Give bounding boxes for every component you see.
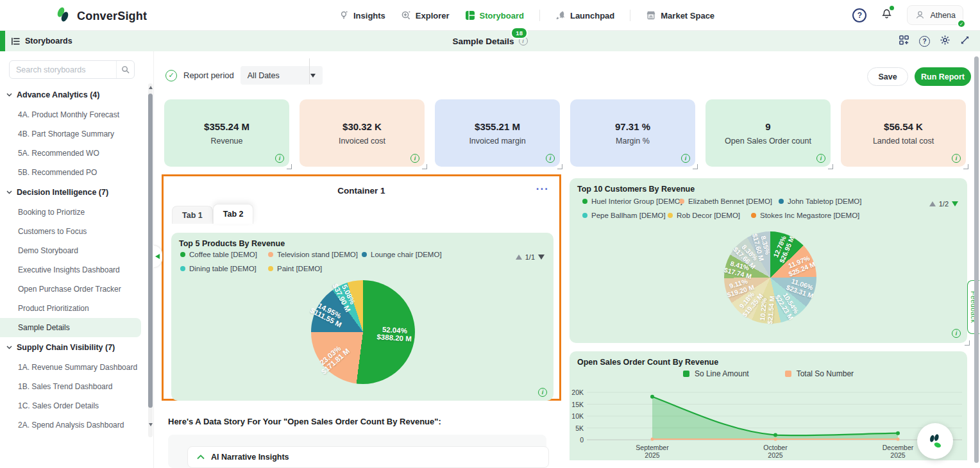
sidebar-item-1c-sales-order-details[interactable]: 1C. Sales Order Details	[0, 396, 148, 415]
nav-item-storyboard[interactable]: Storyboard18	[465, 10, 524, 21]
conversight-logo-icon	[55, 6, 72, 26]
kpi-card[interactable]: $355.24 MRevenuei	[164, 99, 289, 167]
settings-gear-icon[interactable]	[940, 35, 950, 48]
container-menu-button[interactable]: ...	[536, 180, 549, 193]
tab-tab-1[interactable]: Tab 1	[172, 206, 213, 224]
legend-page-indicator: 1/1	[525, 253, 535, 261]
sidebar-item-customers-to-focus[interactable]: Customers to Focus	[0, 222, 148, 241]
info-icon[interactable]: i	[546, 154, 555, 163]
topbar: ConverSight InsightsExplorerStoryboard18…	[0, 0, 980, 31]
user-name: Athena	[930, 11, 956, 20]
legend-item[interactable]: Elizabeth Bennet [DEMO]	[679, 197, 779, 205]
legend-item[interactable]: Stokes Inc Megastore [DEMO]	[751, 212, 859, 219]
info-icon[interactable]: i	[952, 329, 961, 338]
legend-dot-icon	[180, 266, 185, 271]
legend-item-total-so-number[interactable]: Total So Number	[785, 369, 854, 378]
sidebar-item-executive-insights-dashboard[interactable]: Executive Insights Dashboard	[0, 260, 148, 280]
brand[interactable]: ConverSight	[55, 6, 147, 26]
info-icon[interactable]: i	[952, 154, 961, 163]
legend-item[interactable]: Coffee table [DEMO]	[180, 251, 268, 258]
sidebar-item-5a-recommended-wo[interactable]: 5A. Recommended WO	[0, 144, 148, 163]
sidebar-item-4a-product-monthly-forecast[interactable]: 4A. Product Monthly Forecast	[0, 105, 148, 124]
sidebar-item-1b-sales-trend-dashboard[interactable]: 1B. Sales Trend Dashboard	[0, 377, 148, 396]
sidebar-item-booking-to-priortize[interactable]: Booking to Priortize	[0, 203, 148, 222]
legend-label: Lounge chair [DEMO]	[371, 251, 442, 258]
sidebar-item-demo-storyboard[interactable]: Demo Storyboard	[0, 241, 148, 260]
run-report-button[interactable]: Run Report	[915, 67, 971, 86]
page-title-wrap: Sample Details i	[0, 31, 980, 51]
container-1[interactable]: Container 1 ... Tab 1Tab 2 Top 5 Product…	[162, 174, 561, 401]
ai-narrative-insights-card[interactable]: AI Narrative Insights	[187, 446, 549, 468]
legend-item[interactable]: Huel Interior Group [DEMO]	[582, 197, 679, 205]
page-up-icon[interactable]	[516, 255, 522, 260]
info-icon[interactable]: i	[275, 154, 284, 163]
x-label-month: September	[623, 444, 681, 451]
add-widget-icon[interactable]	[899, 35, 909, 48]
legend-item[interactable]: Television stand [DEMO]	[268, 251, 362, 258]
nav-item-market-space[interactable]: Market Space	[646, 10, 714, 21]
sidebar-section-header[interactable]: Decision Intelligence (7)	[0, 182, 148, 203]
legend-row: Coffee table [DEMO]Television stand [DEM…	[180, 251, 442, 258]
y-axis-tick: 15K	[570, 401, 584, 408]
legend-dot-icon	[679, 199, 684, 204]
legend-item[interactable]: Pepe Ballham [DEMO]	[582, 212, 668, 219]
sidebar-item-4b-part-shortage-summary[interactable]: 4B. Part Shortage Summary	[0, 124, 148, 144]
kpi-row: $355.24 MRevenuei$30.32 KInvoiced costi$…	[164, 99, 966, 167]
report-period-dropdown[interactable]: All Dates	[241, 66, 323, 85]
expand-icon[interactable]	[960, 35, 970, 47]
scroll-down-icon[interactable]	[149, 423, 153, 426]
sidebar-scrollbar-thumb[interactable]	[148, 94, 153, 408]
open-so-panel: Open Sales Order Count By Revenue So Lin…	[570, 351, 967, 460]
filter-check-icon[interactable]: ✓	[165, 70, 177, 81]
info-icon[interactable]: i	[410, 154, 419, 163]
legend-item[interactable]: Paint [DEMO]	[268, 265, 322, 272]
nav-item-explorer[interactable]: Explorer	[401, 10, 450, 21]
legend-item[interactable]: John Tabletop [DEMO]	[779, 197, 862, 205]
legend-item[interactable]: Lounge chair [DEMO]	[362, 251, 442, 258]
athena-chat-button[interactable]	[917, 423, 953, 459]
info-icon[interactable]: i	[816, 154, 825, 163]
nav-item-insights[interactable]: Insights	[339, 10, 385, 21]
search-input[interactable]	[10, 65, 116, 74]
pie-chart[interactable]	[724, 231, 816, 324]
tab-tab-2[interactable]: Tab 2	[213, 204, 254, 224]
pie-chart[interactable]	[311, 280, 415, 384]
area-chart-svg	[587, 390, 962, 444]
info-icon[interactable]: i	[681, 154, 690, 163]
help-icon[interactable]: ?	[852, 8, 866, 22]
kpi-card[interactable]: $30.32 KInvoiced costi	[300, 99, 425, 167]
legend-item[interactable]: Rob Decor [DEMO]	[668, 212, 751, 219]
search-icon[interactable]	[116, 61, 134, 78]
sidebar-item-2a-spend-analysis-dashboard[interactable]: 2A. Spend Analysis Dashboard	[0, 415, 148, 435]
sidebar-section-header[interactable]: Supply Chain Visibility (7)	[0, 337, 148, 358]
kpi-card[interactable]: 9Open Sales Order counti	[705, 99, 831, 167]
page-up-icon[interactable]	[929, 201, 936, 206]
page-down-icon[interactable]	[538, 255, 545, 260]
kpi-card[interactable]: 97.31 %Margin %i	[570, 99, 695, 167]
sidebar-item-sample-details[interactable]: Sample Details	[0, 318, 141, 337]
kpi-card[interactable]: $355.21 MInvoiced margini	[435, 99, 560, 167]
legend-item-so-line-amount[interactable]: So Line Amount	[683, 369, 749, 378]
sidebar-item-5b-recommended-po[interactable]: 5B. Recommended PO	[0, 163, 148, 182]
avatar-icon	[915, 10, 925, 21]
scroll-up-icon[interactable]	[149, 86, 153, 89]
sidebar-section-header[interactable]: Advance Analytics (4)	[0, 85, 148, 105]
notifications-button[interactable]	[881, 8, 893, 23]
kpi-card[interactable]: $56.54 KLanded total costi	[841, 99, 966, 167]
sidebar-item-product-prioritization[interactable]: Product Prioritization	[0, 299, 148, 318]
legend-item[interactable]: Dining table [DEMO]	[180, 265, 268, 272]
page-down-icon[interactable]	[952, 201, 958, 206]
x-label-year: 2025	[869, 451, 927, 459]
page-scrollbar[interactable]	[974, 56, 979, 463]
save-button[interactable]: Save	[867, 67, 908, 86]
nav-item-launchpad[interactable]: Launchpad	[555, 10, 614, 21]
user-menu[interactable]: Athena ✓	[907, 5, 963, 25]
sidebar-item-1a-revenue-summary-dashboard[interactable]: 1A. Revenue Summary Dashboard	[0, 358, 148, 377]
sidebar-item-open-purchase-order-tracker[interactable]: Open Purchase Order Tracker	[0, 280, 148, 299]
brand-name: ConverSight	[77, 10, 147, 23]
user-status-badge: ✓	[957, 19, 966, 28]
nav-badge: 18	[511, 27, 528, 39]
legend-label: Huel Interior Group [DEMO]	[591, 197, 682, 205]
help-circle-icon[interactable]: ?	[919, 36, 930, 47]
info-icon[interactable]: i	[538, 388, 547, 397]
